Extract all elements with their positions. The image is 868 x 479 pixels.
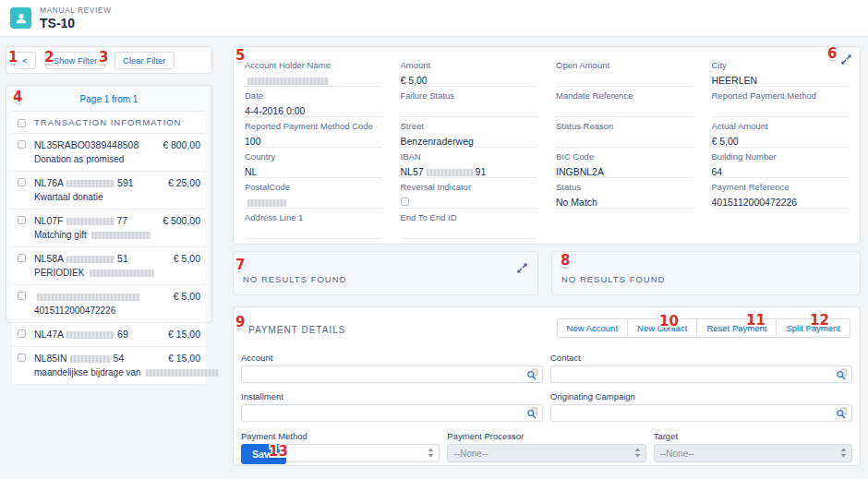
split-payment-button[interactable]: Split Payment	[776, 318, 850, 338]
detail-field	[712, 209, 850, 239]
payment-processor-select: --None--	[447, 444, 645, 462]
transaction-row[interactable]: NL76A591Kwartaal donatie€ 25,00	[12, 172, 206, 210]
transaction-row[interactable]: NL85IN54maandelijkse bijdrage van € 15,0…	[12, 347, 206, 385]
detail-field	[556, 209, 693, 239]
select-value: --None--	[453, 449, 488, 459]
text-segment: 91	[476, 166, 487, 177]
lookup-icon[interactable]	[836, 407, 848, 419]
text-segment: € 5,00	[401, 75, 428, 86]
field-label: Address Line 1	[245, 212, 382, 222]
new-account-button[interactable]: New Account	[557, 318, 628, 338]
contact-field: Contact	[550, 350, 852, 383]
field-value: No Match	[556, 197, 693, 208]
redacted-text	[146, 369, 218, 377]
text-segment: Kwartaal donatie	[34, 192, 103, 202]
no-results-label: NO RESULTS FOUND	[561, 274, 665, 284]
text-segment: NL	[245, 166, 257, 177]
detail-field: Amount€ 5,00	[401, 56, 538, 87]
target-select: --None--	[654, 444, 852, 462]
detail-field: Reported Payment Method	[712, 87, 850, 117]
select-arrows-icon	[428, 448, 434, 460]
row-checkbox[interactable]	[18, 140, 26, 149]
lookup-icon[interactable]	[836, 368, 848, 380]
transaction-amount: € 15,00	[168, 353, 200, 364]
field-label: Actual Amount	[712, 121, 850, 131]
text-segment: 77	[117, 215, 128, 226]
account-input[interactable]	[242, 366, 542, 382]
reversal-indicator-checkbox[interactable]	[401, 198, 409, 206]
detail-field: Mandate Reference	[556, 87, 693, 117]
field-value: 64	[712, 166, 850, 177]
show-filter-button[interactable]: Show Filter	[45, 52, 106, 69]
transaction-row[interactable]: NL47A69€ 15,00	[12, 323, 206, 347]
text-segment: 4015112000472226	[712, 197, 798, 208]
text-segment: 591	[117, 177, 134, 188]
text-segment: € 5,00	[712, 136, 739, 147]
row-checkbox[interactable]	[18, 178, 26, 186]
originating-campaign-input[interactable]	[551, 405, 851, 421]
field-label: Installment	[241, 391, 543, 401]
transaction-iban: NL35RABO0389448508	[34, 139, 157, 150]
field-label: Reported Payment Method Code	[245, 121, 382, 131]
transaction-row[interactable]: 4015112000472226€ 5,00	[12, 285, 206, 323]
previous-page-button[interactable]: <	[14, 52, 36, 69]
originating-campaign-field: Originating Campaign	[550, 389, 852, 422]
transaction-row[interactable]: NL35RABO0389448508Donation as promised€ …	[12, 134, 206, 172]
field-label: Date	[245, 90, 382, 101]
row-checkbox[interactable]	[18, 254, 26, 262]
save-button[interactable]: Save	[241, 444, 286, 464]
target-field: Target--None--	[654, 428, 852, 462]
redacted-text	[66, 331, 115, 339]
text-segment: NL47A	[34, 329, 64, 340]
transaction-amount: € 500,00	[163, 215, 200, 226]
field-value: 4-4-2016 0:00	[245, 105, 382, 116]
redacted-text	[66, 256, 115, 263]
account-field: Account	[241, 350, 543, 383]
clear-filter-button[interactable]: Clear Filter	[115, 52, 174, 69]
text-segment: 54	[114, 353, 125, 364]
new-contact-button[interactable]: New Contact	[627, 318, 697, 338]
transaction-table-header-row: TRANSACTION INFORMATION	[12, 112, 206, 134]
row-checkbox[interactable]	[18, 329, 26, 338]
detail-field: Reported Payment Method Code100	[245, 117, 382, 148]
field-label: Amount	[401, 60, 538, 70]
transaction-iban: NL76A591	[34, 177, 163, 188]
detail-field: Actual Amount€ 5,00	[712, 117, 850, 148]
filter-panel: < Show Filter Clear Filter	[6, 46, 212, 74]
transaction-description: Kwartaal donatie	[34, 192, 163, 202]
row-checkbox[interactable]	[18, 292, 26, 300]
field-label: Payment Processor	[447, 431, 645, 441]
transaction-iban: NL58A51	[34, 253, 168, 264]
transaction-row[interactable]: NL58A51PERIODIEK € 5,00	[12, 247, 206, 285]
contact-input[interactable]	[551, 366, 851, 382]
field-value: INGBNL2A	[556, 166, 693, 177]
transaction-row-lines: NL07F77Matching gift	[34, 215, 157, 240]
select-all-checkbox[interactable]	[18, 119, 26, 127]
reset-payment-button[interactable]: Reset Payment	[696, 318, 777, 338]
field-label: Originating Campaign	[550, 391, 852, 401]
installment-input[interactable]	[242, 405, 542, 421]
field-value: € 5,00	[401, 75, 538, 86]
transaction-row-lines: NL47A69	[34, 329, 163, 340]
manual-review-screen: MANUAL REVIEW TS-10 < Show Filter Clear …	[0, 0, 868, 479]
field-label: Status Reason	[556, 121, 693, 131]
field-label: Account Holder Name	[245, 60, 382, 70]
transaction-row-lines: 4015112000472226	[34, 291, 168, 316]
expand-icon[interactable]	[517, 263, 527, 273]
text-segment: Matching gift	[34, 230, 89, 240]
lookup-icon[interactable]	[526, 368, 538, 380]
field-label: Country	[245, 151, 382, 162]
field-value: NL	[245, 166, 382, 177]
detail-field: Payment Reference4015112000472226	[712, 178, 850, 209]
transaction-iban: NL85IN54	[34, 353, 163, 364]
redacted-text	[90, 269, 154, 277]
field-label: IBAN	[401, 151, 538, 162]
detail-field: Building Number64	[712, 148, 850, 178]
transaction-row[interactable]: NL07F77Matching gift € 500,00	[12, 210, 206, 247]
expand-icon[interactable]	[841, 54, 851, 65]
row-checkbox[interactable]	[18, 353, 26, 362]
detail-field: Open Amount	[556, 56, 693, 87]
field-label: City	[712, 60, 850, 70]
lookup-icon[interactable]	[526, 407, 538, 419]
row-checkbox[interactable]	[18, 216, 26, 224]
